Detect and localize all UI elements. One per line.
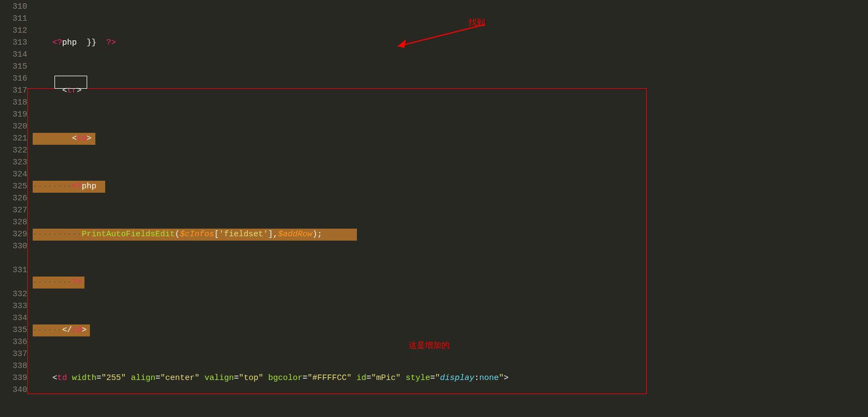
line-number: 314 [0,49,27,61]
code-line[interactable]: ······</td> [33,324,755,336]
line-number: 331 [0,265,27,277]
annotation-added: 这是增加的 [409,340,450,352]
line-number: 310 [0,1,27,13]
line-number: 340 [0,384,27,396]
svg-marker-1 [398,39,406,48]
line-number: 315 [0,61,27,73]
code-area[interactable]: <?php }} ?> <tr> <td> ········<?php ····… [33,0,755,417]
line-number: 330 [0,241,27,253]
line-number: 333 [0,301,27,312]
line-number: 320 [0,121,27,133]
svg-line-0 [398,24,485,46]
code-line[interactable]: <td> [33,133,755,145]
line-number: 321 [0,133,27,145]
line-number: 339 [0,372,27,384]
arrow-icon [392,22,490,54]
line-number: 322 [0,145,27,157]
line-number: 319 [0,109,27,121]
line-number: 316 [0,73,27,85]
code-line[interactable]: ··········PrintAutoFieldsEdit($cInfos['f… [33,229,755,241]
line-number: 329 [0,229,27,241]
line-number: 324 [0,169,27,181]
code-line[interactable]: <tr> [33,85,755,97]
line-number: 323 [0,157,27,169]
line-number: 335 [0,324,27,336]
line-number: 328 [0,217,27,229]
line-number-gutter: 3103113123133143153163173183193203213223… [0,0,33,417]
code-line[interactable]: ········?> [33,277,755,289]
line-number: 325 [0,181,27,193]
line-number: 318 [0,97,27,109]
line-number: 332 [0,289,27,301]
line-number: 336 [0,336,27,348]
line-number: 311 [0,13,27,25]
code-editor[interactable]: 3103113123133143153163173183193203213223… [0,0,868,417]
code-line[interactable]: ········<?php [33,181,755,193]
line-number: 326 [0,193,27,205]
code-line[interactable]: <td width="255" align="center" valign="t… [33,372,755,384]
line-number: 334 [0,312,27,324]
line-number: 317 [0,85,27,97]
line-number: 337 [0,348,27,360]
line-number: 312 [0,25,27,37]
line-number: 338 [0,360,27,372]
line-number: 327 [0,205,27,217]
line-number: 313 [0,37,27,49]
